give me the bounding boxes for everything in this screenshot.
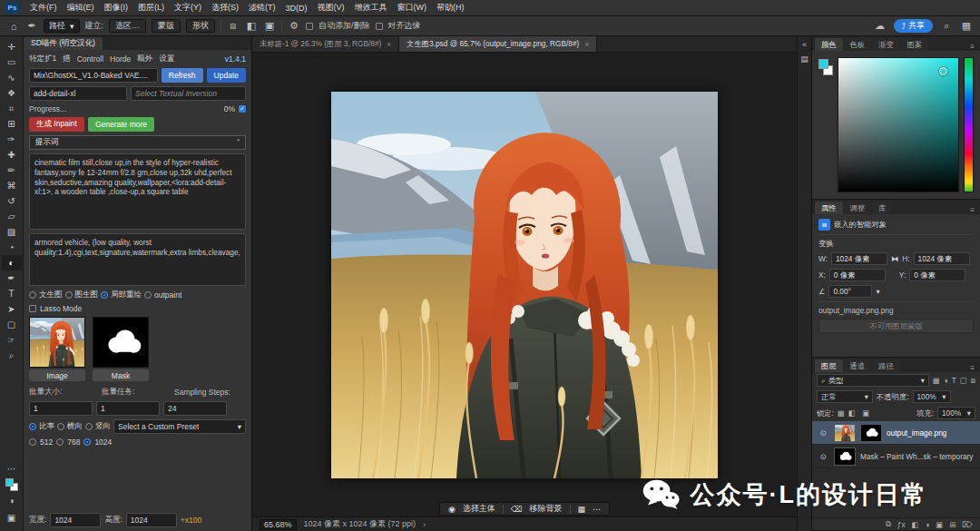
negative-prompt-textarea[interactable]: armored vehicle, (low quality, worst qua… [29,233,246,286]
mode-inpaint-radio[interactable] [101,291,108,299]
fill-input[interactable]: 100% ▾ [937,407,975,419]
filter-shape-layers-icon[interactable]: ▢ [960,376,967,386]
layer-mask-thumbnail[interactable] [860,424,882,442]
clone-stamp-tool-icon[interactable]: ⌘ [2,178,22,193]
size-768-radio[interactable] [56,438,64,446]
share-button[interactable]: ⤴ 共享 [894,19,934,33]
screen-mode-icon[interactable]: ▣ [2,510,22,526]
status-chevron-icon[interactable]: › [423,520,426,529]
type-tool-icon[interactable]: T [2,286,22,301]
add-mask-icon[interactable]: ◧ [912,520,919,529]
lock-transparency-icon[interactable]: ▦ [838,408,845,418]
tab-adjustments[interactable]: 调整 [844,202,872,214]
marquee-tool-icon[interactable]: ▭ [2,54,22,70]
lock-pixels-icon[interactable]: ◧ [848,408,856,418]
hue-slider[interactable] [964,57,974,192]
frame-tool-icon[interactable]: ⊞ [2,116,22,132]
search-icon[interactable]: ⌕ [940,20,953,32]
make-shape-button[interactable]: 形状 [186,19,215,33]
transform-x-input[interactable]: 0 像素 [829,269,886,281]
make-mask-button[interactable]: 蒙版 [152,19,181,33]
saturation-brightness-picker[interactable] [838,57,959,192]
tab-layers[interactable]: 图层 [815,359,843,372]
sd-tab-controlnet[interactable]: Controll [77,54,103,64]
tab-paths[interactable]: 路径 [872,359,900,372]
opacity-input[interactable]: 100% ▾ [913,390,951,403]
layer-row-mask-temporary[interactable]: ⊙ Mask – Paint Wh...sk – temporary [812,445,980,468]
foreground-color-swatch[interactable] [5,478,14,487]
crop-tool-icon[interactable]: ⌗ [2,101,22,116]
color-picker-cursor[interactable] [939,67,947,75]
tab-channels[interactable]: 通道 [844,359,872,372]
layer-visibility-icon[interactable]: ⊙ [817,428,829,438]
menu-filter[interactable]: 滤镜(T) [244,2,280,14]
taskbar-grid-icon[interactable]: ▦ [578,505,586,514]
textual-inversion-select[interactable]: Select Textual Inversion [131,86,246,101]
panel-menu-icon[interactable]: ≡ [967,205,977,214]
lasso-tool-icon[interactable]: ∿ [2,70,22,85]
tab-color[interactable]: 颜色 [815,38,843,51]
lasso-mode-checkbox[interactable] [29,305,36,312]
size-1024-radio[interactable] [83,438,91,446]
mode-img2img-radio[interactable] [65,291,73,299]
menu-edit[interactable]: 编辑(E) [63,2,99,14]
dodge-tool-icon[interactable]: ◐ [2,255,22,270]
sd-tab-settings[interactable]: 设置 [159,54,174,64]
color-fg-bg-swatches[interactable] [818,57,833,192]
filter-adjustment-layers-icon[interactable]: ◑ [944,376,948,386]
color-swatches[interactable] [5,478,18,491]
transform-height-input[interactable]: 1024 像素 [914,252,970,265]
layer-filter-select[interactable]: ⌕ 类型 ▾ [817,374,929,387]
lock-all-icon[interactable]: ▣ [863,408,870,418]
tool-mode-select[interactable]: 路径 ▾ [44,19,80,33]
path-operations-icon[interactable]: ⧈ [227,20,240,32]
zoom-tool-icon[interactable]: ⌕ [2,348,22,363]
delete-layer-icon[interactable]: ⌦ [962,520,973,529]
auto-add-delete-checkbox[interactable] [306,23,313,30]
new-layer-icon[interactable]: ⊞ [949,520,956,529]
workspace-switcher-icon[interactable]: ▦ [960,20,973,32]
eyedropper-tool-icon[interactable]: ✑ [2,132,22,147]
gear-icon[interactable]: ⚙ [288,20,300,32]
mode-outpaint-radio[interactable] [144,291,152,299]
menu-layer[interactable]: 图层(L) [133,2,169,14]
layer-style-icon[interactable]: ƒx [897,520,906,529]
image-thumbnail-label[interactable]: Image [29,369,85,381]
pen-tool-icon[interactable]: ✒ [2,270,22,286]
remove-background-button[interactable]: 移除背景 [530,503,563,515]
menu-3d[interactable]: 3D(D) [281,4,312,13]
transform-width-input[interactable]: 1024 像素 [831,252,887,265]
layer-thumbnail[interactable] [834,424,856,442]
menu-image[interactable]: 图像(I) [100,2,133,14]
path-selection-tool-icon[interactable]: ➤ [2,301,22,317]
layer-thumbnail[interactable] [834,447,856,466]
link-dimensions-icon[interactable]: ⧓ [891,254,898,263]
zoom-level-input[interactable]: 65.68% [260,519,297,530]
brush-tool-icon[interactable]: ✏ [2,162,22,178]
mask-thumbnail[interactable] [93,317,149,368]
menu-type[interactable]: 文字(Y) [170,2,206,14]
cloud-status-icon[interactable]: ☁ [874,20,887,32]
mode-txt2img-radio[interactable] [29,291,36,299]
transform-y-input[interactable]: 0 像素 [909,269,965,281]
rotation-angle-input[interactable]: 0.00° [828,285,872,298]
close-icon[interactable]: × [584,40,589,49]
batch-count-input[interactable]: 1 [96,401,160,416]
portrait-radio[interactable] [85,423,93,430]
progress-checkbox[interactable]: ✓ [239,105,246,113]
tab-swatches[interactable]: 色板 [844,38,872,51]
blend-mode-select[interactable]: 正常 ▾ [817,390,873,403]
model-select[interactable]: Mix\GhostXL_V1.0-Baked VAE.... [29,68,158,83]
home-icon[interactable]: ⌂ [7,21,20,32]
update-button[interactable]: Update [207,68,246,83]
foreground-color-swatch[interactable] [818,59,828,69]
gradient-tool-icon[interactable]: ▨ [2,224,22,240]
size-512-radio[interactable] [29,438,36,446]
panel-menu-icon[interactable]: ≡ [967,42,977,51]
sd-tab-extensions[interactable]: 特定扩1 [29,54,56,64]
hand-tool-icon[interactable]: ☞ [2,332,22,348]
tab-gradients[interactable]: 渐变 [872,38,900,51]
menu-file[interactable]: 文件(F) [25,2,62,14]
quick-selection-tool-icon[interactable]: ❖ [2,85,22,101]
link-layers-icon[interactable]: ⧉ [886,519,891,529]
